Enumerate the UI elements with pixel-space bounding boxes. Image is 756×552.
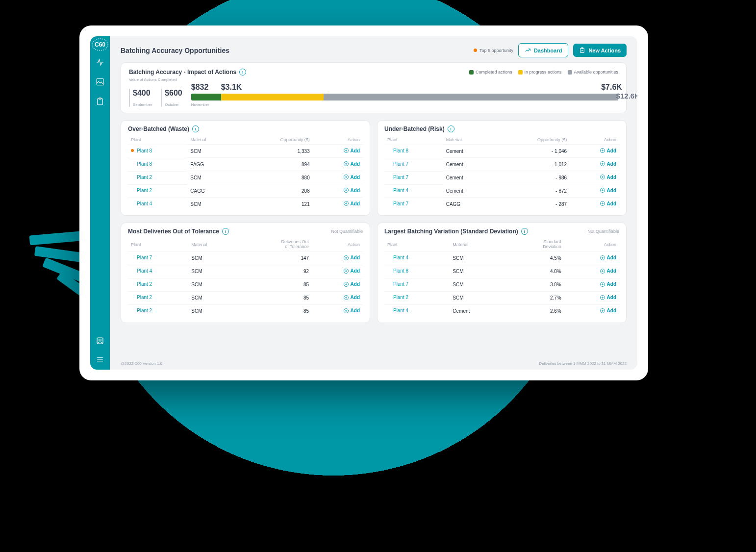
plant-link[interactable]: Plant 7 [137, 255, 152, 260]
card-variation: Largest Batching Variation (Standard Dev… [377, 223, 627, 323]
add-button[interactable]: Add [600, 308, 616, 314]
table-row: Plant 7SCM147Add [128, 251, 363, 265]
plant-link[interactable]: Plant 4 [393, 188, 408, 193]
over-table: Plant Material Opportunity ($) Action Pl… [128, 135, 363, 210]
plant-link[interactable]: Plant 4 [137, 268, 152, 274]
plant-link[interactable]: Plant 2 [137, 308, 152, 313]
info-icon[interactable]: i [448, 125, 454, 132]
card-over-batched: Over-Batched (Waste)i Plant Material Opp… [121, 120, 370, 216]
top5-legend: Top 5 opportunity [474, 48, 513, 53]
table-row: Plant 8SCM1,333Add [128, 145, 363, 158]
add-button[interactable]: Add [343, 308, 360, 314]
table-row: Plant 8SCM4.0%Add [384, 265, 619, 278]
table-row: Plant 4SCM121Add [128, 198, 363, 211]
not-quantifiable-label: Not Quantifiable [331, 229, 363, 234]
table-row: Plant 7Cement- 986Add [384, 171, 619, 184]
add-button[interactable]: Add [600, 174, 616, 180]
plant-link[interactable]: Plant 2 [137, 281, 152, 287]
add-button[interactable]: Add [343, 255, 360, 261]
add-button[interactable]: Add [600, 295, 616, 301]
plant-link[interactable]: Plant 2 [137, 188, 152, 193]
nav-user-icon[interactable] [96, 336, 104, 346]
plant-link[interactable]: Plant 2 [137, 295, 152, 300]
table-row: Plant 4Cement- 872Add [384, 184, 619, 198]
info-icon[interactable]: i [222, 228, 229, 235]
add-button[interactable]: Add [600, 201, 616, 206]
add-button[interactable]: Add [343, 268, 360, 274]
add-button[interactable]: Add [600, 255, 616, 261]
table-row: Plant 7SCM3.8%Add [384, 278, 619, 291]
nav-menu-icon[interactable] [96, 355, 104, 365]
plant-link[interactable]: Plant 7 [393, 161, 408, 167]
plant-link[interactable]: Plant 2 [137, 175, 152, 180]
plant-link[interactable]: Plant 8 [137, 161, 152, 167]
plant-link[interactable]: Plant 4 [137, 201, 152, 206]
dashboard-button[interactable]: Dashboard [518, 43, 568, 57]
table-row: Plant 4SCM4.5%Add [384, 251, 619, 265]
tol-table: Plant Material Deliveries Outof Toleranc… [128, 238, 363, 318]
impact-seg-label: $832 [191, 83, 209, 92]
add-button[interactable]: Add [343, 148, 360, 153]
new-actions-button[interactable]: New Actions [573, 44, 627, 57]
impact-seg-label: $3.1K [221, 83, 242, 92]
add-button[interactable]: Add [600, 268, 616, 274]
plant-link[interactable]: Plant 8 [137, 148, 152, 153]
table-row: Plant 8Cement- 1,046Add [384, 145, 619, 158]
info-icon[interactable]: i [521, 228, 528, 235]
page-title: Batching Accuracy Opportunities [121, 47, 229, 54]
add-button[interactable]: Add [600, 148, 616, 153]
table-row: Plant 2CAGG208Add [128, 184, 363, 198]
plant-link[interactable]: Plant 4 [393, 308, 408, 313]
card-tolerance: Most Deliveries Out of Tolerancei Not Qu… [121, 223, 370, 323]
add-button[interactable]: Add [343, 201, 360, 206]
impact-title: Batching Accuracy - Impact of Actions [129, 69, 236, 75]
svg-point-4 [99, 339, 101, 341]
add-button[interactable]: Add [343, 295, 360, 301]
nav-clipboard-icon[interactable] [96, 97, 104, 107]
add-button[interactable]: Add [600, 187, 616, 193]
table-row: Plant 7CAGG- 287Add [384, 198, 619, 211]
card-under-batched: Under-Batched (Risk)i Plant Material Opp… [377, 120, 627, 216]
add-button[interactable]: Add [600, 281, 616, 287]
app-root: C60 Batching Accuracy Opportunities [90, 36, 637, 370]
table-row: Plant 4Cement2.6%Add [384, 304, 619, 318]
under-table: Plant Material Opportunity ($) Action Pl… [384, 135, 619, 210]
plant-link[interactable]: Plant 8 [393, 268, 408, 274]
add-button[interactable]: Add [343, 174, 360, 180]
top5-dot-icon [474, 49, 477, 52]
plant-link[interactable]: Plant 7 [393, 281, 408, 287]
table-row: Plant 7Cement- 1,012Add [384, 158, 619, 171]
table-row: Plant 2SCM85Add [128, 304, 363, 318]
main-content: Batching Accuracy Opportunities Top 5 op… [110, 36, 637, 370]
top5-dot-icon [131, 149, 134, 152]
table-row: Plant 2SCM85Add [128, 291, 363, 304]
footer: @2022 C60 Version 1.0 Deliveries between… [121, 356, 627, 366]
info-icon[interactable]: i [239, 69, 246, 75]
sidebar: C60 [90, 36, 110, 370]
not-quantifiable-label: Not Quantifiable [587, 229, 619, 234]
add-button[interactable]: Add [600, 161, 616, 167]
impact-subtitle: Value of Actions Completed [129, 77, 618, 82]
svg-rect-0 [97, 78, 103, 85]
table-row: Plant 2SCM2.7%Add [384, 291, 619, 304]
impact-panel: Batching Accuracy - Impact of Actions i … [121, 62, 627, 113]
impact-seg-label: $7.6K [601, 83, 622, 92]
plant-link[interactable]: Plant 2 [393, 295, 408, 300]
add-button[interactable]: Add [343, 187, 360, 193]
tablet-frame: C60 Batching Accuracy Opportunities [79, 25, 648, 380]
plant-link[interactable]: Plant 8 [393, 148, 408, 153]
nav-activity-icon[interactable] [96, 58, 104, 68]
impact-prev-0: $400 September [129, 89, 152, 107]
plant-link[interactable]: Plant 4 [393, 255, 408, 260]
impact-legend: Completed actions In progress actions Av… [469, 70, 618, 75]
var-table: Plant Material StandardDeviation Action … [384, 238, 619, 318]
plant-link[interactable]: Plant 7 [393, 201, 408, 206]
add-button[interactable]: Add [343, 281, 360, 287]
add-button[interactable]: Add [343, 161, 360, 167]
impact-current-bar: $832$3.1K$7.6K $12.6K November [191, 83, 618, 107]
info-icon[interactable]: i [192, 125, 199, 132]
plant-link[interactable]: Plant 7 [393, 175, 408, 180]
nav-image-icon[interactable] [96, 77, 104, 87]
table-row: Plant 4SCM92Add [128, 265, 363, 278]
table-row: Plant 8FAGG894Add [128, 158, 363, 171]
